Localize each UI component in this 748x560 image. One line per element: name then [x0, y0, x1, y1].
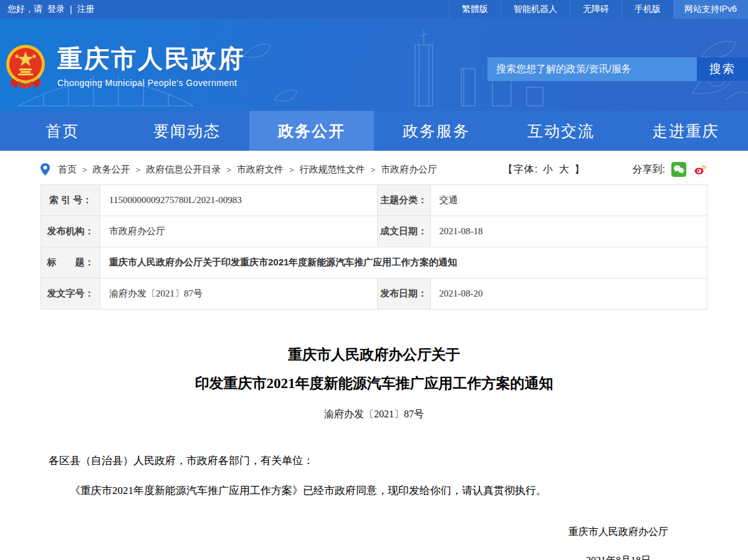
written-date-label: 成文日期：	[377, 216, 430, 247]
nav-item-gov-affairs-open[interactable]: 政务公开	[249, 111, 374, 151]
breadcrumb-separator: >	[82, 165, 87, 174]
doc-number-value: 渝府办发〔2021〕87号	[100, 278, 378, 310]
breadcrumb-separator: >	[289, 165, 294, 174]
nav-item-about-chongqing[interactable]: 走进重庆	[623, 111, 748, 151]
share-label: 分享到:	[633, 163, 665, 176]
font-size-control: 【字体: 小 大 】	[503, 163, 585, 176]
page-tools: 【字体: 小 大 】 分享到:	[503, 162, 707, 177]
table-row: 发文字号： 渝府办发〔2021〕87号 发布日期： 2021-08-20	[41, 278, 707, 310]
nav-item-news[interactable]: 要闻动态	[125, 111, 249, 151]
publish-date-value: 2021-08-20	[430, 278, 707, 310]
breadcrumb-city-gov-docs[interactable]: 市政府文件	[237, 164, 284, 176]
topic-category-label: 主题分类：	[377, 185, 430, 216]
document-paragraph: 《重庆市2021年度新能源汽车推广应用工作方案》已经市政府同意，现印发给你们，请…	[49, 482, 699, 500]
title-value: 重庆市人民政府办公厅关于印发重庆市2021年度新能源汽车推广应用工作方案的通知	[100, 247, 707, 278]
mobile-version-link[interactable]: 手机版	[621, 0, 673, 19]
breadcrumb-separator: >	[370, 165, 375, 174]
table-row: 标 题： 重庆市人民政府办公厅关于印发重庆市2021年度新能源汽车推广应用工作方…	[41, 247, 707, 278]
breadcrumb-normative-docs[interactable]: 行政规范性文件	[299, 164, 365, 176]
table-row: 发布机构： 市政府办公厅 成文日期： 2021-08-18	[41, 216, 707, 247]
register-link[interactable]: 注册	[77, 4, 95, 15]
main-nav: 首页 要闻动态 政务公开 政务服务 互动交流 走进重庆	[0, 111, 748, 151]
weibo-share-icon[interactable]	[693, 162, 707, 177]
topic-category-value: 交通	[430, 185, 707, 216]
document-title-line2: 印发重庆市2021年度新能源汽车推广应用工作方案的通知	[0, 369, 748, 398]
location-pin-icon	[41, 163, 50, 176]
search-input[interactable]	[487, 57, 697, 81]
document-title-line1: 重庆市人民政府办公厅关于	[0, 341, 748, 369]
table-row: 索 引 号： 11500000009275780L/2021-00983 主题分…	[41, 185, 707, 216]
login-link[interactable]: 登录	[47, 4, 65, 15]
ipv6-support-badge: 网站支持IPv6	[673, 0, 748, 19]
document-meta-table: 索 引 号： 11500000009275780L/2021-00983 主题分…	[41, 184, 707, 310]
breadcrumb: 首页 > 政务公开 > 政府信息公开目录 > 市政府文件 > 行政规范性文件 >…	[41, 163, 437, 176]
breadcrumb-gov-open[interactable]: 政务公开	[93, 164, 130, 176]
index-number-value: 11500000009275780L/2021-00983	[100, 185, 378, 216]
nav-item-interaction[interactable]: 互动交流	[499, 111, 623, 151]
site-header: 重庆市人民政府 Chongqing Municipal People's Gov…	[0, 19, 748, 111]
signature-date: 2021年8月18日	[568, 554, 668, 560]
traditional-chinese-link[interactable]: 繁體版	[449, 0, 501, 19]
breadcrumb-separator: >	[136, 165, 141, 174]
font-size-suffix: 】	[575, 164, 585, 174]
title-label: 标 题：	[41, 247, 100, 278]
search-button[interactable]: 搜索	[697, 57, 748, 81]
greeting-text: 您好，请	[7, 4, 42, 15]
issuing-agency-value: 市政府办公厅	[100, 216, 378, 247]
nav-item-home[interactable]: 首页	[0, 111, 125, 151]
font-size-prefix: 【字体:	[503, 164, 538, 174]
site-search: 搜索	[487, 57, 748, 81]
breadcrumb-info-directory[interactable]: 政府信息公开目录	[146, 164, 221, 176]
document-body: 各区县（自治县）人民政府，市政府各部门，有关单位： 《重庆市2021年度新能源汽…	[0, 452, 748, 500]
publish-date-label: 发布日期：	[377, 278, 430, 310]
nav-item-gov-services[interactable]: 政务服务	[374, 111, 499, 151]
wechat-share-icon[interactable]	[671, 162, 686, 177]
index-number-label: 索 引 号：	[41, 185, 100, 216]
breadcrumb-row: 首页 > 政务公开 > 政府信息公开目录 > 市政府文件 > 行政规范性文件 >…	[0, 156, 748, 183]
national-emblem-logo	[5, 44, 46, 88]
site-brand[interactable]: 重庆市人民政府 Chongqing Municipal People's Gov…	[5, 44, 245, 88]
site-title: 重庆市人民政府	[57, 44, 245, 73]
document-number: 渝府办发〔2021〕87号	[0, 408, 748, 421]
site-subtitle: Chongqing Municipal People's Government	[57, 78, 245, 88]
font-smaller-button[interactable]: 小	[542, 164, 555, 174]
issuing-agency-label: 发布机构：	[41, 216, 100, 247]
breadcrumb-gov-office[interactable]: 市政府办公厅	[381, 164, 437, 176]
document-content: 重庆市人民政府办公厅关于 印发重庆市2021年度新能源汽车推广应用工作方案的通知…	[0, 341, 748, 560]
smart-robot-link[interactable]: 智能机器人	[501, 0, 570, 19]
breadcrumb-home[interactable]: 首页	[58, 164, 77, 176]
signature-block: 重庆市人民政府办公厅 2021年8月18日	[0, 526, 748, 560]
written-date-value: 2021-08-18	[430, 216, 707, 247]
document-title: 重庆市人民政府办公厅关于 印发重庆市2021年度新能源汽车推广应用工作方案的通知	[0, 341, 748, 398]
signature-agency: 重庆市人民政府办公厅	[568, 526, 668, 538]
breadcrumb-separator: >	[226, 165, 231, 174]
top-utility-bar: 您好，请 登录 | 注册 繁體版 智能机器人 无障碍 手机版 网站支持IPv6	[0, 0, 748, 19]
doc-number-label: 发文字号：	[41, 278, 100, 310]
document-salutation: 各区县（自治县）人民政府，市政府各部门，有关单位：	[49, 452, 699, 470]
font-larger-button[interactable]: 大	[558, 164, 571, 174]
topbar-divider: |	[70, 4, 72, 14]
accessibility-link[interactable]: 无障碍	[570, 0, 621, 19]
